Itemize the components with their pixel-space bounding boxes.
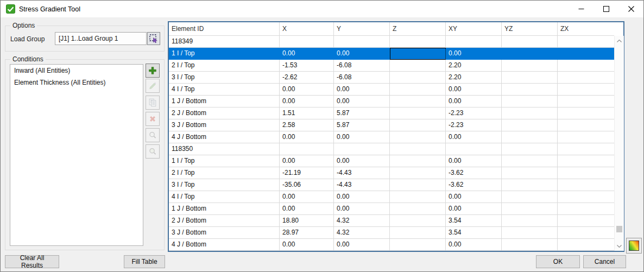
minimize-button[interactable] <box>569 1 594 17</box>
table-row[interactable]: 1 I / Top0.000.000.00 <box>169 48 614 60</box>
value-cell[interactable]: -4.43 <box>334 179 390 191</box>
value-cell[interactable] <box>558 107 614 119</box>
value-cell[interactable] <box>558 155 614 167</box>
column-header-element-id[interactable]: Element ID <box>169 22 280 36</box>
table-row[interactable]: 1 J / Bottom0.000.000.00 <box>169 96 614 107</box>
value-cell[interactable]: 0.00 <box>446 239 502 251</box>
close-button[interactable] <box>618 1 643 17</box>
value-cell[interactable]: 3.54 <box>446 227 502 239</box>
row-label-cell[interactable]: 3 J / Bottom <box>169 227 280 239</box>
value-cell[interactable]: -21.19 <box>280 167 334 179</box>
row-label-cell[interactable]: 118349 <box>169 36 280 48</box>
value-cell[interactable]: -6.08 <box>334 72 390 84</box>
row-label-cell[interactable]: 4 J / Bottom <box>169 239 280 251</box>
value-cell[interactable]: 0.00 <box>280 239 334 251</box>
value-cell[interactable]: -3.62 <box>446 179 502 191</box>
table-row[interactable]: 3 I / Top-35.06-4.43-3.62 <box>169 179 614 191</box>
value-cell[interactable]: 0.00 <box>334 84 390 96</box>
value-cell[interactable]: -2.62 <box>280 72 334 84</box>
value-cell[interactable] <box>390 60 446 72</box>
value-cell[interactable] <box>390 72 446 84</box>
table-row[interactable]: 4 J / Bottom0.000.000.00 <box>169 239 614 251</box>
value-cell[interactable] <box>502 239 558 251</box>
value-cell[interactable] <box>390 96 446 107</box>
value-cell[interactable] <box>502 107 558 119</box>
contour-display-button[interactable] <box>626 238 642 254</box>
value-cell[interactable]: 4.32 <box>334 215 390 227</box>
value-cell[interactable] <box>390 167 446 179</box>
condition-item[interactable]: Inward (All Entities) <box>10 65 143 77</box>
row-label-cell[interactable]: 1 I / Top <box>169 48 280 60</box>
value-cell[interactable]: 2.20 <box>446 72 502 84</box>
value-cell[interactable] <box>558 239 614 251</box>
value-cell[interactable]: 4.32 <box>334 227 390 239</box>
value-cell[interactable]: 0.00 <box>280 131 334 143</box>
row-label-cell[interactable]: 2 I / Top <box>169 167 280 179</box>
column-header-yz[interactable]: YZ <box>502 22 558 36</box>
value-cell[interactable]: 1.51 <box>280 107 334 119</box>
value-cell[interactable] <box>334 36 390 48</box>
value-cell[interactable] <box>502 203 558 215</box>
magnify-button-1[interactable] <box>146 128 160 142</box>
copy-condition-button[interactable] <box>146 96 160 110</box>
value-cell[interactable]: -1.53 <box>280 60 334 72</box>
value-cell[interactable] <box>558 72 614 84</box>
conditions-list[interactable]: Inward (All Entities) Element Thickness … <box>10 64 143 246</box>
value-cell[interactable] <box>502 72 558 84</box>
column-header-y[interactable]: Y <box>334 22 390 36</box>
value-cell[interactable]: 0.00 <box>334 155 390 167</box>
value-cell[interactable] <box>558 131 614 143</box>
value-cell[interactable]: -4.43 <box>334 167 390 179</box>
value-cell[interactable] <box>390 215 446 227</box>
table-row[interactable]: 3 I / Top-2.62-6.082.20 <box>169 72 614 84</box>
value-cell[interactable]: 18.80 <box>280 215 334 227</box>
value-cell[interactable]: -35.06 <box>280 179 334 191</box>
value-cell[interactable] <box>390 36 446 48</box>
value-cell[interactable]: 0.00 <box>446 48 502 60</box>
value-cell[interactable]: -2.23 <box>446 107 502 119</box>
cancel-button[interactable]: Cancel <box>583 255 626 268</box>
value-cell[interactable]: 0.00 <box>446 191 502 203</box>
value-cell[interactable] <box>558 48 614 60</box>
value-cell[interactable] <box>502 84 558 96</box>
value-cell[interactable]: 5.87 <box>334 119 390 131</box>
value-cell[interactable] <box>502 60 558 72</box>
row-label-cell[interactable]: 2 J / Bottom <box>169 215 280 227</box>
table-row[interactable]: 118350 <box>169 143 614 155</box>
value-cell[interactable] <box>558 143 614 155</box>
value-cell[interactable] <box>558 84 614 96</box>
maximize-button[interactable] <box>594 1 618 17</box>
value-cell[interactable]: 0.00 <box>334 48 390 60</box>
value-cell[interactable] <box>390 227 446 239</box>
value-cell[interactable] <box>390 48 446 60</box>
row-label-cell[interactable]: 1 I / Top <box>169 155 280 167</box>
value-cell[interactable] <box>390 239 446 251</box>
value-cell[interactable] <box>502 48 558 60</box>
value-cell[interactable]: 0.00 <box>280 48 334 60</box>
row-label-cell[interactable]: 4 I / Top <box>169 84 280 96</box>
table-row[interactable]: 4 I / Top0.000.000.00 <box>169 191 614 203</box>
column-header-z[interactable]: Z <box>390 22 446 36</box>
value-cell[interactable] <box>502 167 558 179</box>
value-cell[interactable]: 0.00 <box>280 191 334 203</box>
value-cell[interactable] <box>558 119 614 131</box>
value-cell[interactable] <box>390 143 446 155</box>
scrollbar-thumb[interactable] <box>616 226 622 232</box>
value-cell[interactable]: 0.00 <box>446 203 502 215</box>
row-label-cell[interactable]: 3 J / Bottom <box>169 119 280 131</box>
value-cell[interactable] <box>558 215 614 227</box>
value-cell[interactable]: 0.00 <box>280 84 334 96</box>
value-cell[interactable] <box>558 96 614 107</box>
value-cell[interactable] <box>558 191 614 203</box>
table-row[interactable]: 2 J / Bottom1.515.87-2.23 <box>169 107 614 119</box>
row-label-cell[interactable]: 2 I / Top <box>169 60 280 72</box>
value-cell[interactable] <box>502 143 558 155</box>
value-cell[interactable] <box>390 131 446 143</box>
value-cell[interactable] <box>502 119 558 131</box>
value-cell[interactable]: -2.23 <box>446 119 502 131</box>
row-label-cell[interactable]: 3 I / Top <box>169 72 280 84</box>
value-cell[interactable] <box>558 36 614 48</box>
value-cell[interactable] <box>390 155 446 167</box>
value-cell[interactable] <box>390 119 446 131</box>
value-cell[interactable] <box>502 179 558 191</box>
